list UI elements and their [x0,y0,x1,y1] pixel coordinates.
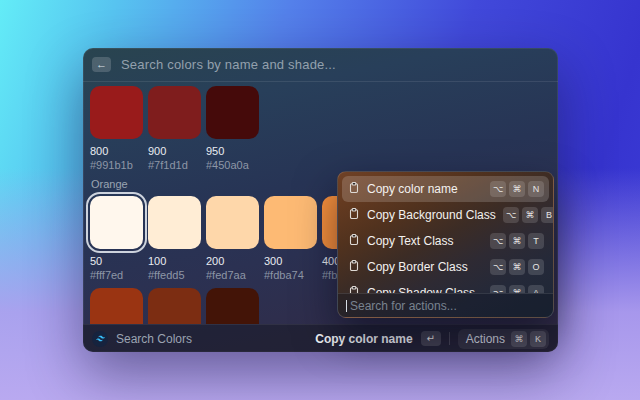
actions-menu-list: Copy color name⌥⌘NCopy Background Class⌥… [338,172,553,293]
menu-item[interactable]: Copy color name⌥⌘N [342,176,549,202]
shade-label: 100 [148,255,201,267]
menu-item-label: Copy Text Class [367,234,483,248]
color-swatch[interactable] [206,196,259,249]
swatch-cell: 950#431407 [206,288,259,324]
footer-divider [449,332,450,345]
hex-label: #450a0a [206,159,259,171]
shade-label: 300 [264,255,317,267]
text-caret [346,300,347,312]
clipboard-icon [348,284,360,293]
color-swatch[interactable] [90,288,143,324]
swatch-cell: 800#9a3412 [90,288,143,324]
app-name: Search Colors [116,332,192,346]
actions-search-field[interactable]: Search for actions... [338,293,553,317]
search-input[interactable]: Search colors by name and shade... [121,57,336,72]
actions-menu: Copy color name⌥⌘NCopy Background Class⌥… [337,171,554,318]
key-badge: ⌥ [490,259,506,275]
menu-item[interactable]: Copy Text Class⌥⌘T [342,228,549,254]
swatch-cell: 800#991b1b [90,86,143,171]
menu-item[interactable]: Copy Background Class⌥⌘B [342,202,549,228]
actions-button[interactable]: Actions ⌘K [458,329,549,349]
menu-item-keys: ⌥⌘O [490,259,544,275]
key-badge: K [530,331,546,347]
menu-item-label: Copy Shadow Class [367,286,483,293]
key-badge: ⌥ [490,233,506,249]
actions-key-badges: ⌘K [511,331,546,347]
menu-item-keys: ⌥⌘A [490,285,544,293]
shade-label: 200 [206,255,259,267]
key-badge: N [528,181,544,197]
clipboard-icon [348,206,360,224]
color-swatch[interactable] [148,196,201,249]
swatch-cell: 900#7c2d12 [148,288,201,324]
swatch-cell: 200#fed7aa [206,196,259,281]
hex-label: #fdba74 [264,269,317,281]
key-badge: B [541,207,553,223]
shade-label: 50 [90,255,143,267]
menu-item[interactable]: Copy Shadow Class⌥⌘A [342,280,549,293]
color-swatch[interactable] [90,196,143,249]
color-swatch[interactable] [206,86,259,139]
key-badge: ⌘ [509,285,525,293]
hex-label: #7f1d1d [148,159,201,171]
key-badge: ⌘ [509,181,525,197]
key-badge: T [528,233,544,249]
key-badge: ⌘ [509,259,525,275]
hex-label: #fff7ed [90,269,143,281]
search-bar: ← Search colors by name and shade... [83,48,558,82]
hex-label: #991b1b [90,159,143,171]
shade-label: 950 [206,145,259,157]
swatch-cell: 100#ffedd5 [148,196,201,281]
enter-key-badge: ↵ [421,331,441,346]
swatch-cell: 950#450a0a [206,86,259,171]
clipboard-icon [348,232,360,250]
clipboard-icon [348,258,360,276]
swatch-cell: 50#fff7ed [90,196,143,281]
hex-label: #fed7aa [206,269,259,281]
color-swatch[interactable] [90,86,143,139]
menu-item-label: Copy color name [367,182,483,196]
actions-label: Actions [466,332,505,346]
key-badge: ⌥ [490,285,506,293]
color-swatch[interactable] [148,86,201,139]
swatch-grid: 800#991b1b900#7f1d1d950#450a0a [90,86,558,171]
swatch-cell: 300#fdba74 [264,196,317,281]
actions-search-placeholder: Search for actions... [350,299,457,313]
primary-action-label[interactable]: Copy color name [315,332,412,346]
shade-label: 900 [148,145,201,157]
key-badge: ⌥ [503,207,519,223]
menu-item-keys: ⌥⌘N [490,181,544,197]
color-swatch[interactable] [264,196,317,249]
shade-label: 800 [90,145,143,157]
menu-item-label: Copy Background Class [367,208,496,222]
menu-item-keys: ⌥⌘B [503,207,553,223]
menu-item[interactable]: Copy Border Class⌥⌘O [342,254,549,280]
key-badge: ⌘ [511,331,527,347]
palette-section: 800#991b1b900#7f1d1d950#450a0a [90,86,558,171]
swatch-cell: 900#7f1d1d [148,86,201,171]
key-badge: O [528,259,544,275]
menu-item-keys: ⌥⌘T [490,233,544,249]
back-button[interactable]: ← [92,57,111,72]
status-bar: Search Colors Copy color name ↵ Actions … [83,324,558,352]
color-swatch[interactable] [206,288,259,324]
tailwind-logo-icon [92,331,108,347]
color-swatch[interactable] [148,288,201,324]
clipboard-icon [348,180,360,198]
key-badge: ⌘ [509,233,525,249]
back-arrow-icon: ← [96,58,107,70]
key-badge: ⌘ [522,207,538,223]
key-badge: A [528,285,544,293]
hex-label: #ffedd5 [148,269,201,281]
menu-item-label: Copy Border Class [367,260,483,274]
key-badge: ⌥ [490,181,506,197]
